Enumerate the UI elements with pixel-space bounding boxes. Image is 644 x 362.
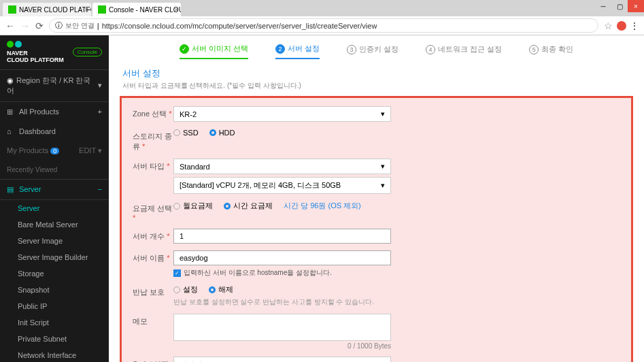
chevron-down-icon: ▾ (381, 110, 385, 118)
wizard-steps: ✓서버 이미지 선택 2서버 설정 3인증키 설정 4네트워크 접근 설정 5최… (109, 35, 644, 65)
plan-monthly-radio[interactable]: 월요금제 (173, 201, 213, 211)
server-icon: ▤ (7, 185, 15, 194)
home-icon: ⌂ (7, 127, 15, 135)
tab-title-2: Console - NAVER CLOU (109, 6, 181, 14)
memo-textarea[interactable] (173, 314, 391, 341)
storage-ssd-radio[interactable]: SSD (173, 129, 199, 137)
step-2[interactable]: 2서버 설정 (275, 44, 320, 59)
address-bar: ← → ⟳ ⓘ 보안 연결 | https://console.ncloud.c… (0, 16, 644, 35)
storage-hdd-radio[interactable]: HDD (209, 129, 235, 137)
plus-icon: + (98, 108, 102, 116)
reload-button[interactable]: ⟳ (35, 20, 44, 31)
favicon-2 (98, 5, 106, 14)
chevron-down-icon: ▾ (98, 81, 102, 90)
url-text: https://console.ncloud.com/mc/compute/se… (102, 22, 592, 30)
svg-rect-1 (98, 5, 106, 14)
zone-label: Zone 선택 (133, 110, 167, 118)
close-icon[interactable]: × (84, 6, 88, 14)
info-icon[interactable]: ⓘ (55, 20, 63, 31)
close-icon[interactable]: × (174, 6, 178, 14)
server-settings-form: Zone 선택 * KR-2▾ 스토리지 종류 * SSD HDD 서버 타입 … (120, 96, 633, 362)
url-bar[interactable]: ⓘ 보안 연결 | https://console.ncloud.com/mc/… (49, 18, 598, 33)
server-spec-select[interactable]: [Standard] vCPU 2개, 메모리 4GB, 디스크 50GB▾ (173, 177, 391, 194)
sidebar-my-products[interactable]: My Products 0 EDIT ▾ (0, 141, 109, 161)
sidebar-server[interactable]: ▤Server − (0, 179, 109, 200)
recently-viewed-header: Recently Viewed (0, 161, 109, 179)
step-5[interactable]: 5최종 확인 (529, 44, 573, 59)
window-controls: ─ ▢ × (595, 0, 644, 12)
menu-icon[interactable]: ⋮ (630, 21, 639, 31)
sidebar-sub-networkinterface[interactable]: Network Interface (0, 347, 109, 362)
section-title: 서버 설정 (122, 67, 630, 80)
storage-label: 스토리지 종류 (133, 132, 172, 150)
chevron-down-icon: ▾ (98, 146, 102, 154)
step-1[interactable]: ✓서버 이미지 선택 (180, 44, 248, 59)
sidebar-sub-privatesubnet[interactable]: Private Subnet (0, 331, 109, 347)
globe-icon: ◉ (7, 76, 14, 84)
browser-tab-bar: NAVER CLOUD PLATFOR × Console - NAVER CL… (0, 0, 644, 16)
step-3[interactable]: 3인증키 설정 (347, 44, 399, 59)
main-content: ✓서버 이미지 선택 2서버 설정 3인증키 설정 4네트워크 접근 설정 5최… (109, 35, 644, 362)
maximize-button[interactable]: ▢ (611, 0, 628, 12)
sidebar-dashboard[interactable]: ⌂Dashboard (0, 122, 109, 141)
sidebar-all-products[interactable]: ⊞All Products + (0, 102, 109, 122)
sidebar-sub-baremetal[interactable]: Bare Metal Server (0, 216, 109, 233)
protect-on-radio[interactable]: 설정 (173, 284, 198, 295)
secure-label: 보안 연결 (65, 21, 95, 31)
forward-button[interactable]: → (20, 20, 30, 31)
region-selector[interactable]: ◉Region 한국 / KR 한국어 ▾ (0, 69, 109, 102)
server-name-input[interactable] (173, 250, 391, 265)
plan-hourly-radio[interactable]: 시간 요금제 (224, 201, 273, 211)
window-close-button[interactable]: × (628, 0, 644, 12)
protect-off-radio[interactable]: 해제 (209, 284, 233, 295)
plan-note: 시간 당 96원 (OS 제외) (284, 201, 361, 211)
nav-arrows: ← → ⟳ (5, 20, 44, 31)
step-4[interactable]: 4네트워크 접근 설정 (426, 44, 502, 59)
logo[interactable]: NAVERCLOUD PLATFORM (7, 41, 64, 64)
sidebar-sub-server[interactable]: Server (0, 200, 109, 216)
plan-label: 요금제 선택 (133, 204, 172, 212)
sidebar-sub-serverimage[interactable]: Server Image (0, 233, 109, 249)
extension-icon[interactable] (617, 21, 626, 31)
sidebar-sub-publicip[interactable]: Public IP (0, 298, 109, 314)
sidebar-sub-storage[interactable]: Storage (0, 265, 109, 282)
protect-label: 반납 보호 (133, 284, 173, 297)
byte-count: 0 / 1000 Bytes (173, 342, 391, 350)
server-type-select[interactable]: Standard▾ (173, 159, 391, 174)
check-icon: ✓ (180, 44, 189, 54)
minimize-button[interactable]: ─ (595, 0, 611, 12)
chevron-down-icon: ▾ (381, 162, 385, 171)
separator: | (97, 22, 99, 30)
grid-icon: ⊞ (7, 108, 15, 116)
minus-icon: − (98, 185, 102, 193)
name-label: 서버 이름 (133, 254, 165, 262)
tab-title-1: NAVER CLOUD PLATFOR (19, 6, 91, 14)
browser-tab-1[interactable]: NAVER CLOUD PLATFOR × (3, 3, 91, 16)
back-button[interactable]: ← (5, 20, 15, 31)
script-label: Script 선택 (133, 357, 173, 362)
sidebar: NAVERCLOUD PLATFORM Console ◉Region 한국 /… (0, 35, 109, 362)
zone-select[interactable]: KR-2▾ (173, 106, 391, 122)
memo-label: 메모 (133, 314, 173, 327)
server-count-input[interactable] (173, 229, 391, 244)
section-subtitle: 서버 타입과 요금제를 선택하세요. (*필수 입력 사항입니다.) (122, 81, 630, 90)
count-label: 서버 개수 (133, 232, 165, 240)
server-type-label: 서버 타입 (133, 162, 165, 170)
bookmark-icon[interactable]: ☆ (604, 20, 613, 31)
script-select[interactable]: 선택없음▾ (173, 357, 391, 362)
console-badge[interactable]: Console (73, 48, 102, 56)
sidebar-sub-imagebuilder[interactable]: Server Image Builder (0, 249, 109, 265)
svg-rect-0 (8, 5, 16, 14)
hostname-label: 입력하신 서버 이름으로 hostname을 설정합니다. (184, 268, 332, 278)
hostname-checkbox[interactable]: ✓ (173, 269, 181, 277)
chevron-down-icon: ▾ (381, 181, 385, 190)
favicon-1 (8, 5, 16, 14)
protect-help: 반납 보호를 설정하면 실수로 반납하는 사고를 방지할 수 있습니다. (173, 297, 620, 307)
browser-tab-2[interactable]: Console - NAVER CLOU × (92, 3, 181, 16)
sidebar-sub-snapshot[interactable]: Snapshot (0, 282, 109, 298)
sidebar-sub-initscript[interactable]: Init Script (0, 314, 109, 331)
